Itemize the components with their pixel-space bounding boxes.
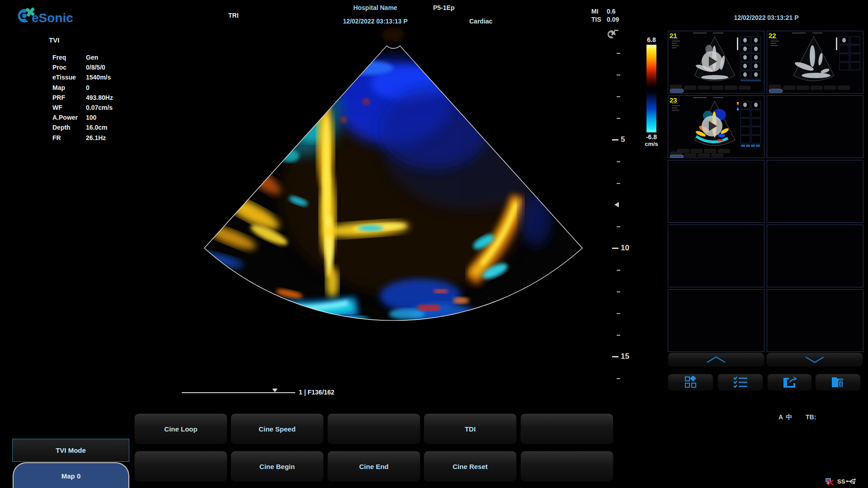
chevron-up-icon bbox=[704, 356, 728, 364]
delete-button[interactable] bbox=[815, 374, 861, 391]
softkey-blank[interactable] bbox=[520, 413, 613, 444]
param-row: FreqGen bbox=[52, 52, 113, 62]
cine-position-marker[interactable] bbox=[272, 389, 278, 392]
ruler-tick bbox=[617, 378, 620, 379]
ruler-tick bbox=[617, 226, 620, 227]
param-row: Map0 bbox=[52, 83, 113, 93]
thumbnail-scroll-down-button[interactable] bbox=[766, 352, 863, 367]
usb-ss-label: SS bbox=[837, 478, 845, 485]
ruler-major-15: 15 bbox=[612, 352, 629, 361]
checklist-icon bbox=[733, 376, 748, 389]
export-icon bbox=[782, 376, 797, 389]
export-button[interactable] bbox=[767, 374, 812, 391]
system-tray: SS bbox=[825, 477, 857, 486]
doppler-colorbar bbox=[646, 45, 656, 132]
hospital-name: Hospital Name bbox=[326, 4, 425, 11]
thumbnail-clip[interactable]: 22 bbox=[767, 31, 863, 94]
thumbnail-empty-cell bbox=[668, 289, 764, 352]
ruler-tick bbox=[617, 291, 620, 292]
ruler-major-10: 10 bbox=[612, 244, 629, 253]
thumbnail-number: 21 bbox=[670, 32, 677, 39]
colorbar-min-velocity: -6.8 bbox=[639, 133, 664, 141]
review-list-button[interactable] bbox=[717, 374, 763, 391]
param-row: WF0.07cm/s bbox=[52, 103, 113, 113]
thumbnail-empty-cell bbox=[767, 289, 863, 352]
softkey-blank[interactable] bbox=[134, 451, 227, 482]
esonic-logo: eSonic bbox=[13, 4, 90, 27]
softkey-cine-loop[interactable]: Cine Loop bbox=[134, 413, 227, 444]
ruler-tick bbox=[617, 161, 620, 162]
chevron-down-icon bbox=[803, 356, 826, 364]
colorbar-unit: cm/s bbox=[641, 141, 662, 147]
thumbnail-clip[interactable]: 21 bbox=[668, 31, 764, 94]
thumbnail-empty-cell bbox=[668, 225, 764, 287]
layout-view-button[interactable] bbox=[668, 374, 713, 391]
tvi-mode-button[interactable]: TVI Mode bbox=[12, 439, 129, 462]
thumbnail-clip[interactable]: 23 bbox=[668, 95, 764, 158]
play-icon[interactable] bbox=[702, 51, 722, 72]
ruler-major-5: 5 bbox=[612, 135, 625, 144]
input-status: A中 bbox=[778, 413, 795, 422]
trackball-hint: TB: bbox=[806, 413, 816, 421]
ruler-tick bbox=[617, 183, 620, 184]
param-row: PRF493.80Hz bbox=[52, 93, 113, 103]
usb-indicator: SS bbox=[837, 478, 857, 485]
grid-layout-icon bbox=[684, 376, 698, 389]
usb-trident-icon bbox=[845, 478, 857, 484]
focus-marker[interactable] bbox=[614, 202, 619, 207]
param-row: FR26.1Hz bbox=[52, 133, 113, 143]
ruler-tick bbox=[617, 313, 620, 314]
trash-icon bbox=[830, 376, 846, 389]
ruler-tick bbox=[617, 53, 620, 54]
softkey-blank[interactable] bbox=[327, 413, 420, 444]
ultrasound-image bbox=[154, 25, 610, 332]
thumbnail-empty-cell bbox=[767, 160, 863, 223]
imaging-mode-label: TVI bbox=[49, 36, 59, 44]
network-disconnected-icon bbox=[825, 477, 834, 486]
softkey-cine-end[interactable]: Cine End bbox=[327, 451, 420, 482]
frame-counter: 1 | F136/162 bbox=[299, 389, 335, 396]
acoustic-output-indices: MI0.6 TIS0.09 bbox=[591, 7, 619, 23]
acquisition-datetime: 12/02/2022 03:13:13 P bbox=[316, 18, 434, 25]
exam-type: Cardiac bbox=[469, 18, 492, 25]
thumbnail-empty-cell bbox=[767, 225, 863, 287]
image-parameter-panel: FreqGen Proc0/8/5/0 eTissue1540m/s Map0 … bbox=[52, 52, 113, 143]
map-button[interactable]: Map 0 bbox=[13, 462, 129, 488]
param-row: Depth16.0cm bbox=[52, 122, 113, 132]
play-icon[interactable] bbox=[702, 116, 722, 136]
softkey-cine-reset[interactable]: Cine Reset bbox=[424, 451, 517, 482]
probe-name: P5-1Ep bbox=[433, 4, 454, 11]
param-row: Proc0/8/5/0 bbox=[52, 62, 113, 72]
softkey-tdi[interactable]: TDI bbox=[424, 413, 517, 444]
thumbnail-number: 22 bbox=[769, 32, 776, 39]
thumbnail-empty-cell bbox=[767, 95, 863, 158]
cine-progress-bar[interactable] bbox=[182, 392, 295, 393]
mi-label: MI bbox=[591, 7, 607, 15]
softkey-blank[interactable] bbox=[520, 451, 613, 482]
tis-label: TIS bbox=[591, 15, 607, 23]
thumbnail-empty-cell bbox=[668, 160, 764, 223]
tis-value: 0.09 bbox=[607, 16, 619, 23]
caps-indicator: A bbox=[778, 413, 783, 421]
param-row: A.Power100 bbox=[52, 113, 113, 122]
ruler-tick bbox=[617, 75, 620, 75]
ruler-tick bbox=[617, 96, 620, 97]
thumbnail-number: 23 bbox=[670, 96, 677, 104]
colorbar-max-velocity: 6.8 bbox=[641, 36, 662, 43]
clipboard-datetime: 12/02/2022 03:13:21 P bbox=[705, 14, 827, 21]
language-indicator: 中 bbox=[786, 413, 792, 421]
ruler-tick bbox=[617, 335, 620, 336]
ruler-tick bbox=[617, 118, 620, 119]
thumbnail-grid: 21 bbox=[668, 31, 863, 352]
depth-ruler: 5 10 15 bbox=[612, 32, 639, 389]
param-row: eTissue1540m/s bbox=[52, 72, 113, 82]
preset-label: TRI bbox=[228, 12, 239, 19]
softkey-cine-begin[interactable]: Cine Begin bbox=[231, 451, 324, 482]
softkey-cine-speed[interactable]: Cine Speed bbox=[231, 413, 324, 444]
mi-value: 0.6 bbox=[607, 8, 615, 15]
logo-text: eSonic bbox=[32, 11, 73, 25]
thumbnail-scroll-up-button[interactable] bbox=[668, 352, 764, 367]
ruler-tick bbox=[617, 270, 620, 271]
